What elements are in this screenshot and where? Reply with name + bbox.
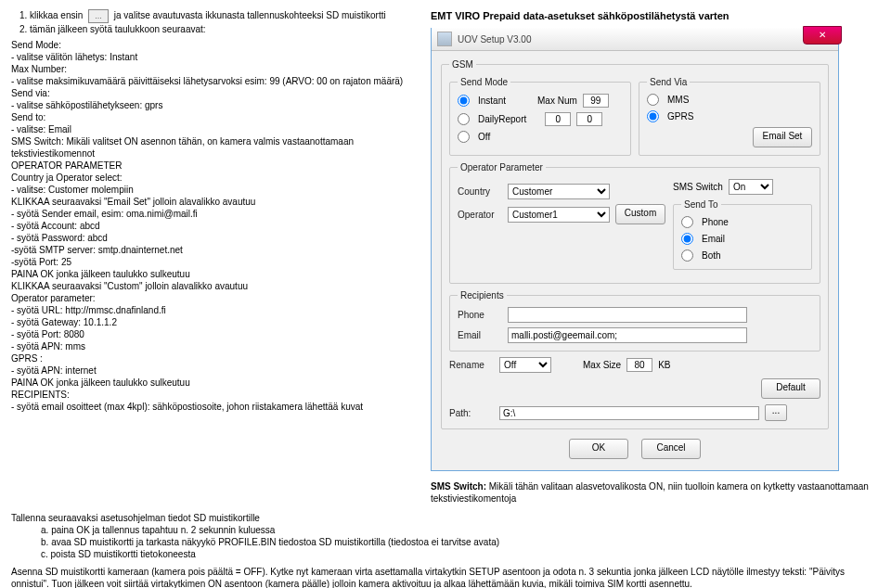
- label-off: Off: [478, 131, 519, 143]
- input-maxnum[interactable]: [583, 94, 609, 108]
- maxsize-input[interactable]: [626, 358, 652, 372]
- radio-off[interactable]: [458, 131, 470, 143]
- titlebar: UOV Setup V3.00 ✕: [432, 28, 838, 51]
- line-painaok1: PAINA OK jonka jälkeen taulukko sulkeutu…: [11, 268, 418, 280]
- instruction-body: Send Mode: - valitse välitön lähetys: In…: [11, 39, 418, 413]
- line-apn: - syötä APN: mms: [11, 340, 418, 352]
- label-gprs: GPRS :: [11, 352, 418, 364]
- step-2: tämän jälkeen syötä taulukkoon seuraavat…: [30, 23, 418, 35]
- path-input[interactable]: [499, 406, 759, 420]
- email-input[interactable]: [508, 327, 747, 343]
- line-password: - syötä Password: abcd: [11, 232, 418, 244]
- sendto-legend: Send To: [681, 198, 721, 211]
- line-recip: - syötä email osoitteet (max 4kpl): sähk…: [11, 401, 418, 413]
- operator-select[interactable]: Customer1: [508, 207, 610, 223]
- line-opparam: Country ja Operator select:: [11, 172, 418, 184]
- smsswitch-select[interactable]: On: [729, 179, 773, 195]
- label-instant: Instant: [478, 95, 519, 107]
- label-sendto: Send to:: [11, 111, 418, 123]
- input-dr-2[interactable]: [576, 112, 602, 126]
- browse-button[interactable]: ...: [765, 404, 787, 421]
- radio-gprs[interactable]: [647, 110, 659, 122]
- country-label: Country: [458, 185, 502, 198]
- line-sms: SMS Switch: Mikäli valitset ON asennon t…: [11, 135, 418, 160]
- label-maxnum: Max Number:: [11, 63, 418, 75]
- line-apn2: - syötä APN: internet: [11, 364, 418, 377]
- maxsize-label: Max Size: [583, 359, 621, 371]
- sendvia-group: Send Via MMS GPRS Email Set: [639, 76, 820, 156]
- line-gateway: - syötä Gateway: 10.1.1.2: [11, 316, 418, 328]
- save-a: a. paina OK ja tallennus tapahtuu n. 2 s…: [41, 524, 880, 536]
- cancel-button[interactable]: Cancel: [641, 439, 701, 459]
- sms-footnote: SMS Switch: Mikäli tähän valitaan alasve…: [431, 480, 880, 505]
- line-sendto: - valitse: Email: [11, 123, 418, 135]
- line-sendvia: - valitse sähköpostilähetykseen: gprs: [11, 99, 418, 111]
- sendmode-group: Send Mode Instant Max Num DailyReport: [449, 76, 631, 156]
- phone-label: Phone: [458, 309, 502, 321]
- gsm-legend: GSM: [449, 58, 476, 70]
- uov-setup-window: UOV Setup V3.00 ✕ GSM Send Mode Instant: [431, 28, 839, 471]
- radio-both[interactable]: [681, 249, 693, 262]
- label-recip: RECIPIENTS:: [11, 389, 418, 401]
- label-maxnum-field: Max Num: [537, 95, 577, 107]
- radio-mms[interactable]: [647, 94, 659, 106]
- line-klik-custom: KLIKKAA seuraavaksi "Custom" jolloin ala…: [11, 280, 418, 292]
- step-1-text-b: ja valitse avautuvasta ikkunasta tallenn…: [114, 10, 386, 20]
- recipients-group: Recipients Phone Email: [449, 289, 820, 352]
- line-klik-email: KLIKKAA seuraavaksi "Email Set" jolloin …: [11, 196, 418, 208]
- line-maxnum: - valitse maksimikuvamäärä päivittäiseks…: [11, 75, 418, 87]
- radio-instant[interactable]: [458, 95, 470, 107]
- line-painaok2: PAINA OK jonka jälkeen taulukko sulkeutu…: [11, 377, 418, 389]
- line-instant: - valitse välitön lähetys: Instant: [11, 51, 418, 63]
- radio-email[interactable]: [681, 233, 693, 245]
- opparam-group: Operator Parameter Country Customer: [449, 161, 820, 284]
- label-mms: MMS: [667, 94, 689, 106]
- label-dailyreport: DailyReport: [478, 113, 526, 125]
- default-button[interactable]: Default: [761, 378, 820, 399]
- rename-select[interactable]: Off: [499, 357, 551, 373]
- sms-footnote-bold: SMS Switch:: [431, 481, 486, 492]
- label-send-mode: Send Mode:: [11, 39, 418, 51]
- custom-button[interactable]: Custom: [615, 204, 665, 224]
- instructions-column: klikkaa ensin ... ja valitse avautuvasta…: [11, 9, 418, 505]
- numbered-steps: klikkaa ensin ... ja valitse avautuvasta…: [11, 9, 418, 35]
- line-smtp: -syötä SMTP server: smtp.dnainternet.net: [11, 244, 418, 256]
- smsswitch-label: SMS Switch: [673, 181, 723, 193]
- emailset-button[interactable]: Email Set: [753, 127, 812, 147]
- ok-button[interactable]: OK: [569, 439, 628, 459]
- step-1-text-a: klikkaa ensin: [30, 10, 85, 20]
- radio-dailyreport[interactable]: [458, 113, 470, 125]
- sendto-group: Send To Phone Email Both: [673, 198, 812, 270]
- recipients-legend: Recipients: [458, 289, 507, 301]
- path-label: Path:: [449, 407, 494, 419]
- bottom-notes: Tallenna seuraavaksi asetusohjelman tied…: [11, 512, 880, 588]
- window-title: UOV Setup V3.00: [458, 33, 532, 45]
- app-icon: [437, 32, 452, 46]
- save-c: c. poista SD muistikortti tietokoneesta: [41, 548, 880, 560]
- phone-input[interactable]: [508, 307, 747, 323]
- step-1: klikkaa ensin ... ja valitse avautuvasta…: [30, 9, 418, 23]
- label-sendvia: Send via:: [11, 87, 418, 99]
- line-port: -syötä Port: 25: [11, 256, 418, 268]
- email-label: Email: [458, 329, 502, 341]
- line-url: - syötä URL: http://mmsc.dnafinland.fi: [11, 304, 418, 316]
- label-email-opt: Email: [702, 233, 725, 245]
- label-both-opt: Both: [702, 249, 721, 262]
- line-opparam2: - valitse: Customer molempiin: [11, 184, 418, 196]
- save-title: Tallenna seuraavaksi asetusohjelman tied…: [11, 512, 880, 524]
- opparam-legend: Operator Parameter: [458, 161, 546, 173]
- country-select[interactable]: Customer: [508, 184, 610, 199]
- line-port2: - syötä Port: 8080: [11, 328, 418, 340]
- input-dr-1[interactable]: [545, 112, 571, 126]
- sendvia-legend: Send Via: [647, 76, 690, 88]
- radio-phone[interactable]: [681, 216, 693, 228]
- label-phone-opt: Phone: [702, 216, 729, 228]
- install-note: Asenna SD muistikortti kameraan (kamera …: [11, 566, 880, 588]
- window-body: GSM Send Mode Instant Max Num: [432, 51, 838, 470]
- close-button[interactable]: ✕: [803, 26, 842, 45]
- label-opparam2: Operator parameter:: [11, 292, 418, 304]
- operator-label: Operator: [458, 209, 502, 221]
- sendmode-legend: Send Mode: [458, 76, 510, 88]
- gsm-group: GSM Send Mode Instant Max Num: [441, 58, 829, 429]
- dots-icon: ...: [88, 9, 109, 23]
